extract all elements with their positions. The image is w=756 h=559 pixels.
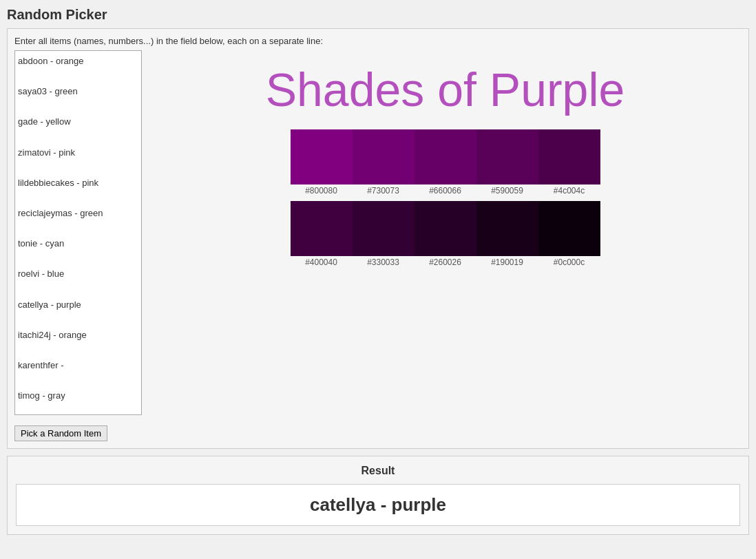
main-panel: Enter all items (names, numbers...) in t…	[7, 28, 749, 449]
color-swatch	[538, 129, 600, 184]
swatch-labels-2: #400040#330033#260026#190019#0c000c	[291, 256, 600, 273]
swatch-hex-label: #330033	[353, 256, 414, 273]
items-textarea[interactable]	[14, 50, 142, 415]
content-row: Shades of Purple #800080#730073#660066#5…	[14, 50, 742, 417]
color-swatch	[414, 129, 476, 184]
page-title: Random Picker	[7, 7, 749, 23]
swatch-hex-label: #260026	[414, 256, 476, 273]
shades-title: Shades of Purple	[266, 64, 625, 116]
color-swatch	[291, 129, 353, 184]
swatches-container: #800080#730073#660066#590059#4c004c #400…	[291, 129, 600, 273]
color-swatch	[414, 201, 476, 256]
swatch-labels-1: #800080#730073#660066#590059#4c004c	[291, 184, 600, 201]
swatch-row-1	[291, 129, 600, 184]
color-swatch	[353, 201, 414, 256]
swatch-hex-label: #590059	[476, 184, 538, 201]
swatch-hex-label: #730073	[353, 184, 414, 201]
color-swatch	[353, 129, 414, 184]
swatch-hex-label: #660066	[414, 184, 476, 201]
swatch-hex-label: #4c004c	[538, 184, 600, 201]
color-swatch	[538, 201, 600, 256]
instruction-text: Enter all items (names, numbers...) in t…	[14, 36, 742, 46]
result-label: Result	[16, 465, 740, 477]
swatch-hex-label: #0c000c	[538, 256, 600, 273]
result-section: Result catellya - purple	[7, 456, 749, 535]
result-value: catellya - purple	[16, 484, 740, 526]
swatch-hex-label: #800080	[291, 184, 353, 201]
swatch-row-2	[291, 201, 600, 256]
items-column	[14, 50, 142, 417]
color-swatch	[476, 201, 538, 256]
color-swatch	[476, 129, 538, 184]
swatch-hex-label: #190019	[476, 256, 538, 273]
swatch-hex-label: #400040	[291, 256, 353, 273]
right-panel: Shades of Purple #800080#730073#660066#5…	[149, 50, 742, 417]
pick-random-button[interactable]: Pick a Random Item	[14, 425, 107, 441]
color-swatch	[291, 201, 353, 256]
